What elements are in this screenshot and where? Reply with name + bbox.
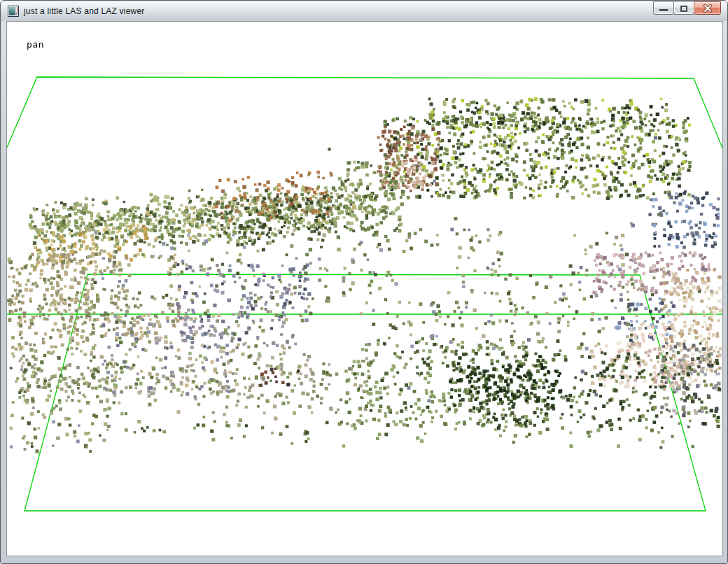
minimize-icon: [659, 9, 668, 11]
viewer-canvas[interactable]: [7, 22, 722, 556]
window-controls: [654, 1, 721, 15]
pan-mode-label: pan: [27, 39, 44, 50]
close-icon: [703, 4, 713, 13]
maximize-button[interactable]: [673, 1, 694, 15]
maximize-icon: [680, 6, 687, 12]
minimize-button[interactable]: [653, 1, 674, 15]
title-bar[interactable]: just a little LAS and LAZ viewer: [1, 1, 727, 21]
viewer-viewport: pan: [6, 21, 723, 556]
close-button[interactable]: [694, 1, 721, 15]
window-title: just a little LAS and LAZ viewer: [24, 6, 144, 16]
app-window: just a little LAS and LAZ viewer pan: [0, 0, 728, 564]
app-icon[interactable]: [8, 6, 19, 17]
